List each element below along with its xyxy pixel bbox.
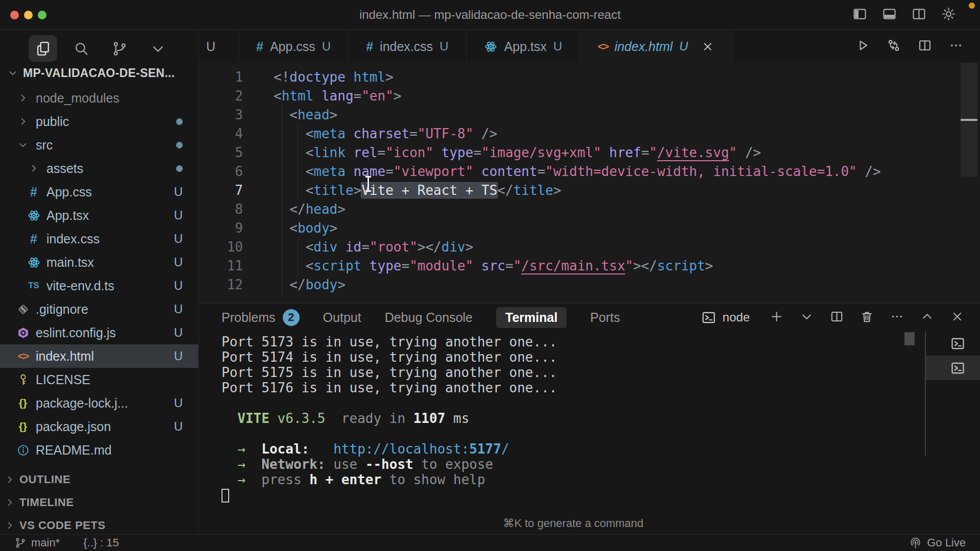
code-editor[interactable]: 1<!doctype html>2<html lang="en">3 <head… xyxy=(199,63,980,303)
sidebar-section-timeline[interactable]: TIMELINE xyxy=(0,491,198,514)
activity-explorer-button[interactable] xyxy=(29,35,57,62)
tree-item[interactable]: README.md xyxy=(0,438,198,462)
titlebar-actions xyxy=(852,0,957,30)
panel-tab-terminal[interactable]: Terminal xyxy=(496,307,567,328)
tree-item[interactable]: assets xyxy=(0,157,198,180)
git-branch-icon xyxy=(14,537,27,549)
tree-item-slot xyxy=(13,92,33,104)
run-icon xyxy=(855,38,870,53)
toggle-panel-icon xyxy=(881,6,897,22)
editor-action-more-actions[interactable] xyxy=(948,38,964,55)
tree-item-label: .gitignore xyxy=(36,302,88,317)
panel-tab-ports[interactable]: Ports xyxy=(590,310,620,325)
panel-action-close-panel[interactable] xyxy=(950,309,965,326)
code-area: 1<!doctype html>2<html lang="en">3 <head… xyxy=(199,68,949,294)
go-live-label: Go Live xyxy=(927,536,966,549)
panel-action-more[interactable] xyxy=(890,309,904,326)
panel-action-maximize-panel[interactable] xyxy=(920,309,935,326)
tab-overflow-stub[interactable]: U xyxy=(199,30,239,63)
token: > xyxy=(385,69,394,85)
close-icon[interactable] xyxy=(701,40,715,54)
terminal-line: → Local: http://localhost:5177/ xyxy=(222,441,557,457)
terminal-token: / xyxy=(501,441,509,457)
tree-item[interactable]: .gitignoreU xyxy=(0,297,198,321)
tab-bar: U #App.cssU#index.cssUApp.tsxU<>index.ht… xyxy=(199,30,980,63)
code-text: <title>Vite + React + TS</title> xyxy=(256,181,561,200)
close-window-button[interactable] xyxy=(10,11,19,19)
titlebar-toggle-secondary-sidebar-button[interactable] xyxy=(911,6,927,24)
tab-App.css[interactable]: #App.cssU xyxy=(239,30,349,63)
tree-item[interactable]: #index.cssU xyxy=(0,227,198,251)
token: html xyxy=(354,69,386,85)
panel-action-kill-terminal[interactable] xyxy=(860,309,874,326)
terminal-scrollbar[interactable] xyxy=(904,332,915,345)
terminal-line xyxy=(222,426,557,441)
activity-search-button[interactable] xyxy=(67,35,95,62)
modified-badge: U xyxy=(174,396,183,410)
tree-item[interactable]: node_modules xyxy=(0,86,198,110)
tree-item-slot xyxy=(13,326,33,340)
go-live-button[interactable]: Go Live xyxy=(909,536,980,549)
token xyxy=(473,258,481,273)
editor-action-run[interactable] xyxy=(855,38,870,55)
minimize-window-button[interactable] xyxy=(24,11,33,19)
tree-item[interactable]: TSvite-env.d.tsU xyxy=(0,274,198,297)
activity-more-views-button[interactable] xyxy=(143,35,172,62)
tree-item[interactable]: App.tsxU xyxy=(0,204,198,227)
terminal-instance-item[interactable] xyxy=(926,356,980,380)
explorer-root-header[interactable]: MP-VALIDACAO-DE-SEN... xyxy=(0,62,198,84)
panel-header: Problems2OutputDebug ConsoleTerminalPort… xyxy=(199,304,980,331)
tab-App.tsx[interactable]: App.tsxU xyxy=(467,30,580,63)
zoom-window-button[interactable] xyxy=(38,11,46,19)
token: = xyxy=(378,145,386,160)
titlebar-toggle-panel-button[interactable] xyxy=(881,6,897,24)
tree-item-label: vite-env.d.ts xyxy=(46,279,114,293)
editor-action-open-changes[interactable] xyxy=(886,38,901,55)
terminal-token: h + enter xyxy=(309,472,381,487)
tree-item[interactable]: LICENSE xyxy=(0,368,198,391)
css-file-icon: # xyxy=(30,232,37,246)
tree-item[interactable]: #App.cssU xyxy=(0,180,198,204)
tree-item[interactable]: src xyxy=(0,133,198,157)
token xyxy=(274,145,306,160)
panel-tab-debug-console[interactable]: Debug Console xyxy=(385,310,473,325)
terminal-instance-label[interactable]: node xyxy=(701,310,750,325)
tab-index.html[interactable]: <>index.htmlU xyxy=(580,30,732,63)
editor-action-split-editor[interactable] xyxy=(917,38,933,55)
git-branch-indicator[interactable]: main* xyxy=(14,536,60,549)
sidebar-section-outline[interactable]: OUTLINE xyxy=(0,468,198,491)
tree-item[interactable]: {}package-lock.j...U xyxy=(0,391,198,415)
panel-action-new-terminal[interactable] xyxy=(769,309,784,326)
tree-item-slot: {} xyxy=(13,420,33,433)
terminal-output[interactable]: Port 5173 is in use, trying another one.… xyxy=(222,334,557,487)
tree-item[interactable]: public xyxy=(0,110,198,133)
token: </ xyxy=(497,183,513,198)
tab-index.css[interactable]: #index.cssU xyxy=(349,30,466,63)
titlebar-settings-button[interactable] xyxy=(941,6,957,24)
token: < xyxy=(306,145,314,160)
tree-item[interactable]: main.tsxU xyxy=(0,251,198,274)
tree-item[interactable]: {}package.jsonU xyxy=(0,415,198,438)
panel-action-terminal-profiles[interactable] xyxy=(799,309,814,326)
token: ></ xyxy=(418,239,442,255)
tree-item[interactable]: eslint.config.jsU xyxy=(0,321,198,344)
tree-item-slot xyxy=(24,209,43,222)
line-number: 5 xyxy=(199,143,256,162)
panel-action-split-terminal[interactable] xyxy=(829,309,844,326)
modified-badge: U xyxy=(174,419,183,434)
panel-tab-output[interactable]: Output xyxy=(323,310,361,325)
activity-source-control-button[interactable] xyxy=(105,35,134,62)
new-terminal-icon xyxy=(769,309,784,324)
token xyxy=(274,126,306,141)
terminal-instance-item[interactable] xyxy=(926,331,980,356)
sidebar-section-vs-code-pets[interactable]: VS CODE PETS xyxy=(0,514,198,534)
titlebar-toggle-primary-sidebar-button[interactable] xyxy=(852,6,868,24)
gitfile-file-icon xyxy=(16,303,30,316)
tree-item-label: package-lock.j... xyxy=(36,396,128,411)
panel-tab-problems[interactable]: Problems2 xyxy=(222,309,300,326)
tree-item[interactable]: <>index.htmlU xyxy=(0,344,198,368)
terminal-token: → xyxy=(222,441,246,457)
terminal-icon xyxy=(950,336,966,352)
stats-indicator[interactable]: {..} : 15 xyxy=(83,536,119,549)
tree-item-label: README.md xyxy=(36,443,112,458)
